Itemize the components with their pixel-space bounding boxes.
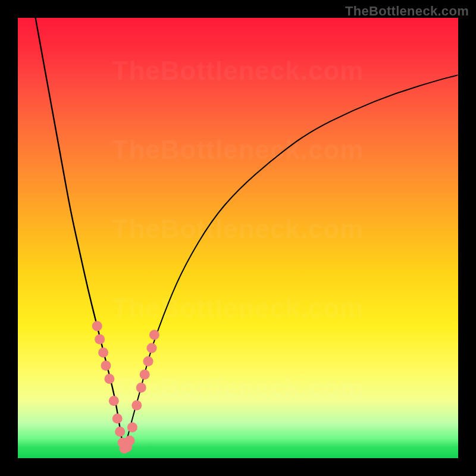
marker-point	[98, 347, 108, 358]
marker-point	[104, 374, 114, 384]
marker-point	[149, 330, 159, 340]
attribution-text: TheBottleneck.com	[345, 4, 469, 19]
marker-point	[115, 427, 125, 437]
marker-point	[109, 396, 119, 406]
marker-point	[101, 361, 111, 371]
marker-point	[140, 369, 150, 380]
marker-point	[92, 321, 102, 331]
plot-area: TheBottleneck.comTheBottleneck.comTheBot…	[18, 18, 458, 458]
marker-point	[112, 414, 123, 424]
marker-point	[95, 334, 105, 345]
marker-point	[127, 422, 137, 433]
marker-point	[146, 343, 156, 353]
curve-layer	[18, 18, 458, 458]
marker-point	[131, 400, 142, 411]
left-branch-path	[36, 18, 124, 449]
right-branch-path	[124, 75, 458, 449]
markers-group	[92, 321, 159, 454]
marker-point	[124, 436, 134, 446]
marker-point	[143, 356, 154, 367]
marker-point	[136, 383, 146, 393]
